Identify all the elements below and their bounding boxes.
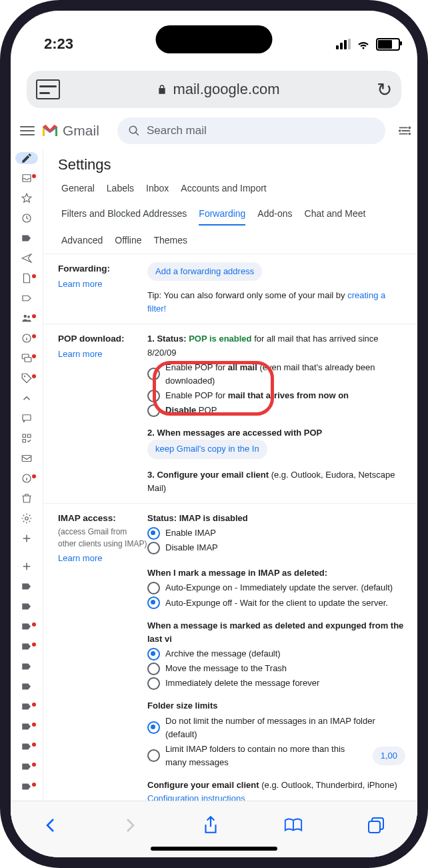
inbox-icon[interactable] xyxy=(15,172,38,184)
pop-configure: 3. Configure your email client (e.g. Out… xyxy=(147,468,405,495)
phone-screen: 2:23 mail.google.com ↻ xyxy=(11,11,417,857)
label-7-icon[interactable] xyxy=(15,701,38,713)
label-8-icon[interactable] xyxy=(15,721,38,733)
svg-point-1 xyxy=(399,129,401,132)
pop-access-row: 2. When messages are accessed with POP k… xyxy=(147,426,405,458)
imap-delete-option[interactable]: Immediately delete the message forever xyxy=(147,677,405,690)
tab-offline[interactable]: Offline xyxy=(115,235,141,251)
back-button[interactable] xyxy=(43,816,59,839)
tab-inbox[interactable]: Inbox xyxy=(146,183,169,199)
pop-learn-more-link[interactable]: Learn more xyxy=(58,348,147,361)
volume-up-button xyxy=(0,213,1,274)
forwarding-section: Forwarding: Learn more Add a forwarding … xyxy=(43,254,417,324)
create-label-icon[interactable] xyxy=(15,532,38,544)
label-6-icon[interactable] xyxy=(15,681,38,693)
label-2-icon[interactable] xyxy=(15,600,38,612)
compose-icon[interactable] xyxy=(15,152,38,164)
promos-icon[interactable] xyxy=(15,372,38,384)
pop-option-disable[interactable]: Disable POP xyxy=(147,404,405,417)
imap-folder-limit[interactable]: Limit IMAP folders to contain no more th… xyxy=(147,743,405,769)
tab-filters-and-blocked-addresses[interactable]: Filters and Blocked Addresses xyxy=(61,208,187,226)
pop-status: 1. Status: POP is enabled for all mail t… xyxy=(147,332,405,359)
imap-learn-more-link[interactable]: Learn more xyxy=(58,552,147,565)
imap-trash-option[interactable]: Move the message to the Trash xyxy=(147,662,405,675)
starred-icon[interactable] xyxy=(15,192,38,204)
forwarding-learn-more-link[interactable]: Learn more xyxy=(58,278,147,291)
imap-subtitle: (access Gmail from other clients using I… xyxy=(58,526,147,550)
drafts-icon[interactable] xyxy=(15,272,38,284)
updates-icon[interactable] xyxy=(15,332,38,344)
svg-point-5 xyxy=(24,315,27,318)
label-9-icon[interactable] xyxy=(15,741,38,753)
svg-point-0 xyxy=(409,127,411,129)
tab-general[interactable]: General xyxy=(61,183,95,199)
tab-labels[interactable]: Labels xyxy=(107,183,134,199)
mute-switch xyxy=(0,167,1,193)
gmail-header: Gmail Search mail xyxy=(11,112,417,149)
label-10-icon[interactable] xyxy=(15,761,38,773)
menu-icon[interactable] xyxy=(20,126,35,135)
pop-option-new-mail[interactable]: Enable POP for mail that arrives from no… xyxy=(147,389,405,402)
svg-rect-16 xyxy=(369,821,380,833)
sent-icon[interactable] xyxy=(15,252,38,264)
phone-frame: 2:23 mail.google.com ↻ xyxy=(0,0,428,868)
newlabel-icon[interactable] xyxy=(15,560,38,572)
imap-folder-nolimit[interactable]: Do not limit the number of messages in a… xyxy=(147,715,405,741)
imap-folder-heading: Folder size limits xyxy=(147,701,217,711)
social-icon[interactable] xyxy=(15,312,38,324)
battery-icon xyxy=(376,38,400,51)
tab-add-ons[interactable]: Add-ons xyxy=(257,208,292,226)
imap-section: IMAP access: (access Gmail from other cl… xyxy=(43,504,417,815)
scheduled-icon[interactable] xyxy=(15,432,38,444)
gmail-logo[interactable]: Gmail xyxy=(41,123,99,139)
pop-option-all-mail[interactable]: Enable POP for all mail (even mail that'… xyxy=(147,361,405,388)
settings-icon[interactable] xyxy=(15,512,38,524)
reader-mode-icon[interactable] xyxy=(36,79,60,99)
refresh-icon[interactable]: ↻ xyxy=(377,79,392,101)
search-input[interactable]: Search mail xyxy=(117,117,385,144)
forward-button[interactable] xyxy=(122,816,138,839)
home-indicator xyxy=(151,847,277,851)
imap-option-enable[interactable]: Enable IMAP xyxy=(147,526,405,540)
tab-advanced[interactable]: Advanced xyxy=(61,235,103,251)
imap-archive-option[interactable]: Archive the message (default) xyxy=(147,647,405,661)
pop-access-dropdown[interactable]: keep Gmail's copy in the In xyxy=(147,440,267,458)
label-1-icon[interactable] xyxy=(15,580,38,592)
address-bar[interactable]: mail.google.com ↻ xyxy=(27,71,401,108)
tab-accounts-and-import[interactable]: Accounts and Import xyxy=(181,183,266,199)
tab-chat-and-meet[interactable]: Chat and Meet xyxy=(305,208,366,226)
dynamic-island xyxy=(156,25,273,53)
trash-icon[interactable] xyxy=(15,492,38,504)
imap-expunge-off[interactable]: Auto-Expunge off - Wait for the client t… xyxy=(147,596,405,610)
lock-icon xyxy=(157,83,167,95)
bookmarks-button[interactable] xyxy=(283,816,303,839)
forums-icon[interactable] xyxy=(15,352,38,364)
imap-option-disable[interactable]: Disable IMAP xyxy=(147,541,405,554)
share-button[interactable] xyxy=(202,815,219,840)
label-3-icon[interactable] xyxy=(15,620,38,632)
volume-down-button xyxy=(0,287,1,347)
pop-heading: POP download: xyxy=(58,334,125,344)
address-bar-domain[interactable]: mail.google.com xyxy=(69,81,367,98)
sidebar xyxy=(11,149,43,823)
tab-themes[interactable]: Themes xyxy=(154,235,188,251)
label-11-icon[interactable] xyxy=(15,781,38,793)
tab-forwarding-and-pop-imap[interactable]: Forwarding xyxy=(199,208,245,226)
snoozed-icon[interactable] xyxy=(15,212,38,224)
label-4-icon[interactable] xyxy=(15,640,38,653)
tabs-button[interactable] xyxy=(367,816,385,839)
imap-folder-limit-value[interactable]: 1,00 xyxy=(373,747,405,765)
imap-expunged-heading: When a message is marked as deleted and … xyxy=(147,620,403,644)
chat-icon[interactable] xyxy=(15,412,38,424)
label-5-icon[interactable] xyxy=(15,661,38,673)
imap-expunge-on[interactable]: Auto-Expunge on - Immediately update the… xyxy=(147,581,405,594)
svg-rect-12 xyxy=(22,456,31,462)
category-icon[interactable] xyxy=(15,292,38,304)
less-icon[interactable] xyxy=(15,392,38,404)
search-icon xyxy=(128,125,140,137)
add-forwarding-address-button[interactable]: Add a forwarding address xyxy=(147,262,262,281)
spam-icon[interactable] xyxy=(15,472,38,484)
search-options-icon[interactable] xyxy=(397,123,412,138)
important-icon[interactable] xyxy=(15,232,38,244)
allmail-icon[interactable] xyxy=(15,452,38,464)
